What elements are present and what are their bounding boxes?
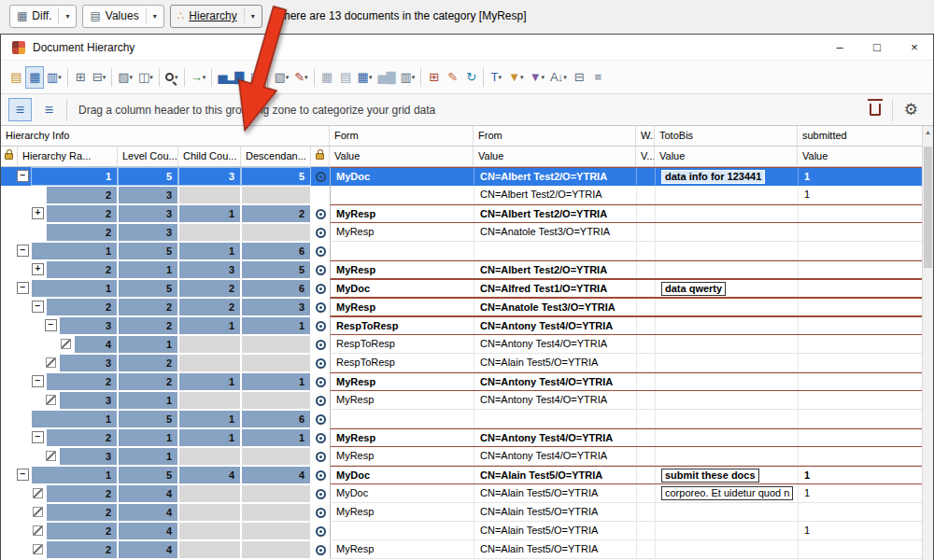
from-cell[interactable]: CN=Alain Test5/O=YTRIA [474, 467, 637, 483]
document-row-cells[interactable]: MyRespCN=Anatole Test3/O=YTRIA [330, 223, 933, 242]
document-row-cells[interactable]: MyRespCN=Alain Test5/O=YTRIA [330, 503, 933, 522]
totobis-cell[interactable] [656, 299, 799, 315]
tab-values[interactable]: ▤ Values ▾ [82, 5, 163, 28]
w-cell[interactable] [637, 447, 656, 465]
submitted-cell[interactable] [799, 410, 933, 427]
grid-row[interactable]: 23CN=Albert Test2/O=YTRIA1 [1, 186, 933, 204]
refresh-icon[interactable]: ↻ [461, 66, 480, 89]
w-cell[interactable] [637, 186, 656, 203]
grid-row[interactable]: +2312MyRespCN=Albert Test2/O=YTRIA [1, 204, 933, 223]
color-rules-icon[interactable]: ✎▾ [291, 66, 310, 89]
color-rules-dropdown-caret[interactable]: ▾ [304, 74, 308, 81]
from-cell[interactable]: CN=Antony Test4/O=YTRIA [474, 447, 637, 465]
submitted-cell[interactable] [799, 335, 933, 353]
record-target-icon[interactable] [316, 209, 326, 219]
w-cell[interactable] [637, 540, 656, 558]
form-cell[interactable]: MyResp [331, 261, 474, 278]
record-target-icon[interactable] [316, 433, 326, 443]
totobis-cell[interactable]: data qwerty [656, 280, 799, 297]
grid-row[interactable]: −2223MyRespCN=Anatole Test3/O=YTRIA [1, 298, 933, 316]
from-cell[interactable]: CN=Antony Test4/O=YTRIA [474, 391, 637, 409]
list-view-button[interactable]: ≡ [37, 98, 61, 121]
tab-hierarchy[interactable]: ∴ Hierarchy ▾ [170, 5, 262, 28]
form-cell[interactable] [331, 522, 474, 539]
vertical-scrollbar[interactable]: ▲ [922, 126, 933, 560]
form-cell[interactable]: MyResp [331, 299, 474, 315]
document-row-cells[interactable]: MyRespCN=Antony Test4/O=YTRIA [330, 428, 933, 447]
w-cell[interactable] [637, 429, 656, 446]
sort-az-icon[interactable]: A↓▾ [547, 66, 570, 89]
value-header-submitted[interactable]: Value [798, 147, 933, 167]
document-row-cells[interactable]: RespToRespCN=Antony Test4/O=YTRIA [330, 335, 933, 354]
from-cell[interactable]: CN=Albert Test2/O=YTRIA [474, 186, 637, 203]
collapse-button[interactable]: − [32, 301, 44, 313]
expand-button[interactable]: + [32, 207, 44, 219]
totobis-cell[interactable] [656, 242, 799, 259]
record-target-icon[interactable] [316, 545, 326, 555]
from-cell[interactable]: CN=Alain Test5/O=YTRIA [474, 522, 637, 539]
scroll-up-arrow[interactable]: ▲ [923, 126, 933, 137]
text-format-dropdown-caret[interactable]: ▾ [498, 74, 502, 81]
document-row-cells[interactable] [330, 242, 933, 260]
totobis-cell[interactable] [656, 429, 799, 446]
record-target-icon[interactable] [316, 284, 326, 294]
totobis-value-box[interactable]: submit these docs [661, 469, 759, 483]
column-header-child-count[interactable]: Child Cou... [178, 147, 241, 167]
document-row-cells[interactable]: MyDocCN=Alfred Test1/O=YTRIAdata qwerty [330, 279, 933, 298]
w-cell[interactable] [637, 242, 656, 259]
record-target-icon[interactable] [316, 489, 326, 499]
search-dropdown-caret[interactable]: ▾ [175, 74, 178, 81]
form-cell[interactable]: MyResp [331, 373, 474, 390]
submitted-cell[interactable] [799, 242, 933, 259]
document-row-cells[interactable]: MyRespCN=Alain Test5/O=YTRIA [330, 540, 933, 559]
expand-button[interactable]: + [32, 263, 44, 275]
w-cell[interactable] [637, 467, 656, 483]
document-row-cells[interactable]: MyRespCN=Antony Test4/O=YTRIA [330, 372, 933, 391]
collapse-button[interactable]: − [32, 375, 44, 387]
w-cell[interactable] [637, 503, 656, 521]
export-rows-icon[interactable]: ⊞ [424, 66, 443, 89]
submitted-cell[interactable] [799, 354, 933, 371]
w-cell[interactable] [637, 280, 656, 297]
grid-row[interactable]: −2111MyRespCN=Antony Test4/O=YTRIA [1, 428, 933, 447]
filter-dropdown-caret[interactable]: ▾ [520, 74, 524, 81]
grid-style-dropdown-caret[interactable]: ▾ [130, 74, 134, 81]
record-target-icon[interactable] [316, 358, 326, 369]
value-header-w[interactable]: V... [636, 147, 655, 167]
form-cell[interactable] [331, 242, 474, 259]
document-row-cells[interactable]: MyRespCN=Antony Test4/O=YTRIA [330, 447, 933, 466]
tab-hierarchy-caret[interactable]: ▾ [251, 12, 255, 21]
manage-columns-icon[interactable]: ⊟▾ [90, 66, 108, 89]
submitted-cell[interactable] [799, 540, 933, 558]
totobis-cell[interactable] [656, 447, 799, 465]
record-target-icon[interactable] [316, 377, 326, 387]
gear-icon[interactable]: ⚙ [904, 102, 918, 118]
grid-tools-dropdown-caret[interactable]: ▾ [412, 74, 416, 81]
form-cell[interactable] [331, 186, 474, 203]
form-cell[interactable]: MyResp [331, 447, 474, 465]
w-cell[interactable] [637, 223, 656, 241]
w-cell[interactable] [637, 335, 656, 353]
submitted-cell[interactable] [799, 447, 933, 465]
submitted-cell[interactable] [799, 280, 933, 297]
form-cell[interactable]: RespToResp [331, 354, 474, 371]
submitted-cell[interactable] [799, 317, 933, 334]
document-row-cells[interactable]: MyRespCN=Albert Test2/O=YTRIA [330, 260, 933, 279]
collapse-button[interactable]: − [32, 431, 44, 443]
w-cell[interactable] [637, 317, 656, 334]
totobis-cell[interactable] [656, 373, 799, 390]
export-icon[interactable]: →▾ [188, 66, 209, 89]
collapse-button[interactable]: − [17, 469, 29, 481]
from-cell[interactable]: CN=Alain Test5/O=YTRIA [474, 484, 637, 502]
totobis-cell[interactable] [656, 335, 799, 353]
document-row-cells[interactable]: MyDocCN=Albert Test2/O=YTRIAdata info fo… [330, 167, 933, 186]
tab-diff-caret[interactable]: ▾ [65, 12, 69, 21]
totobis-cell[interactable] [656, 261, 799, 278]
form-cell[interactable]: RespToResp [331, 335, 474, 353]
submitted-cell[interactable] [799, 429, 933, 446]
grid-row[interactable]: 1516 [1, 410, 933, 428]
grid-layout-icon[interactable]: ◫▾ [135, 66, 156, 89]
from-cell[interactable]: CN=Alain Test5/O=YTRIA [474, 354, 637, 371]
totobis-cell[interactable] [656, 503, 799, 521]
grid-row[interactable]: 24MyRespCN=Alain Test5/O=YTRIA [1, 503, 933, 522]
